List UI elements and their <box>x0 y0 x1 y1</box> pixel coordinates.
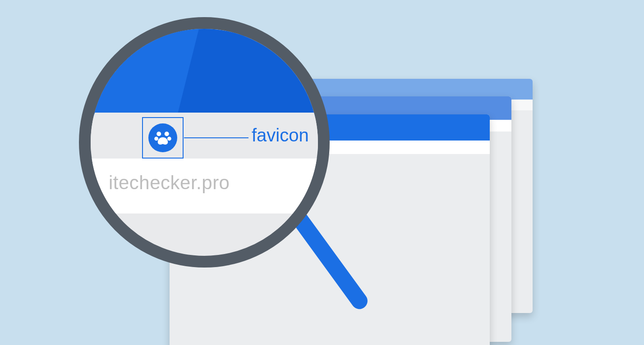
svg-point-1 <box>165 132 169 136</box>
svg-point-3 <box>167 137 171 141</box>
magnifier-lens: favicon itechecker.pro <box>79 17 330 268</box>
callout-line <box>184 137 248 138</box>
favicon-highlight-box <box>142 117 184 159</box>
svg-point-0 <box>156 132 161 136</box>
callout-label: favicon <box>252 125 309 145</box>
magnified-tabbar <box>91 29 318 117</box>
paw-icon <box>148 123 177 152</box>
magnified-url: itechecker.pro <box>109 172 230 194</box>
svg-point-2 <box>154 137 158 141</box>
